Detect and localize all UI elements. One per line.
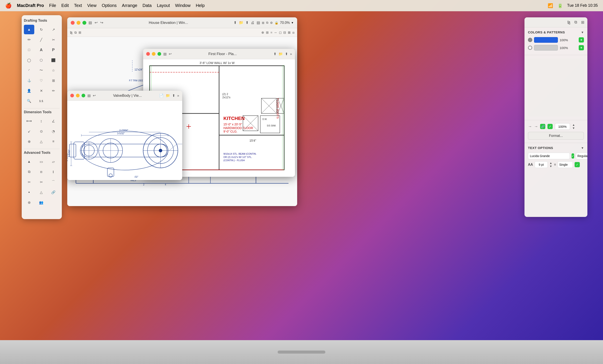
adv-copy2[interactable]: ⧈ (36, 167, 46, 176)
x-mark-tool[interactable]: ✕ (36, 86, 46, 95)
scale-stepper[interactable]: ▲ ▼ (572, 123, 575, 130)
horiz-dim-tool[interactable]: ⟷ (24, 116, 34, 126)
lines-dim-tool[interactable]: ≡ (48, 137, 58, 146)
tb-icon-6[interactable]: ⊟ (283, 31, 286, 35)
tb-icon-4[interactable]: ↔ (274, 31, 277, 35)
adv-lines[interactable]: ⫿ (48, 167, 58, 176)
main-maximize-btn[interactable] (82, 21, 86, 25)
p-tool[interactable]: P (48, 45, 58, 55)
fill-add-btn[interactable]: + (579, 37, 584, 43)
sidebar-toggle-icon[interactable]: ▤ (89, 20, 92, 25)
format-button[interactable]: Format... (528, 132, 584, 140)
adv-dot[interactable]: • (24, 188, 34, 197)
menu-text[interactable]: Text (74, 3, 82, 8)
colors-expand-icon[interactable]: ▼ (581, 31, 584, 34)
scale-tool[interactable]: 1:1 (36, 96, 46, 106)
font-green-btn[interactable]: ✓ (571, 153, 574, 159)
share-icon[interactable]: ⬆ (245, 20, 249, 25)
menu-view[interactable]: View (87, 3, 96, 8)
vb-share-icon[interactable]: ⬆ (172, 94, 175, 98)
vb-maximize-btn[interactable] (81, 94, 85, 97)
link-icon[interactable]: 🔗 (540, 124, 545, 129)
stroke-add-btn[interactable]: + (579, 45, 584, 50)
menu-edit[interactable]: Edit (61, 3, 69, 8)
arrow-right2-icon[interactable]: → (534, 124, 538, 129)
grid2-icon[interactable]: ⊞ (79, 31, 81, 35)
adv-triangle[interactable]: △ (36, 188, 46, 197)
menu-layout[interactable]: Layout (157, 3, 170, 8)
apple-menu[interactable]: 🍎 (5, 3, 12, 9)
adv-special1[interactable]: ⊛ (24, 198, 34, 207)
fill-tool[interactable]: ⬛ (48, 55, 58, 65)
vert-dim-tool[interactable]: ↕ (36, 116, 46, 126)
font-style-input[interactable] (576, 153, 587, 159)
grid-tool[interactable]: ⊞ (48, 76, 58, 85)
menu-window[interactable]: Window (175, 3, 190, 8)
adv-people[interactable]: 👥 (36, 198, 46, 207)
folder-icon[interactable]: 📁 (239, 20, 243, 25)
tb-icon-1[interactable]: ⊕ (261, 31, 264, 35)
tb-icon-7[interactable]: ⊠ (288, 31, 291, 35)
wave-tool[interactable]: 〜 (36, 66, 46, 75)
polygon-tool[interactable]: ⬡ (36, 55, 46, 65)
vb-minimize-btn[interactable] (76, 94, 80, 97)
grid-view-icon[interactable]: ⊞ (262, 21, 264, 24)
font-size-input[interactable] (535, 161, 548, 168)
reshape-tool[interactable]: ↗ (48, 25, 58, 34)
redo-icon[interactable]: ↪ (100, 20, 103, 25)
adv-curve[interactable]: ⌒ (48, 177, 58, 187)
target-tool[interactable]: ⊙ (36, 127, 46, 136)
sidebar-right-icon[interactable]: ▤ (257, 20, 260, 25)
stroke-color-swatch[interactable] (534, 45, 558, 50)
main-minimize-btn[interactable] (77, 21, 81, 25)
adv-select[interactable]: ▲ (24, 157, 34, 166)
undo-icon[interactable]: ↩ (94, 20, 98, 25)
clock-tool[interactable]: ◔ (48, 127, 58, 136)
tb-icon-2[interactable]: ⊞ (266, 31, 269, 35)
fp-export-icon[interactable]: ⬆ (274, 52, 276, 56)
zoom-dropdown-icon[interactable]: ▼ (291, 21, 294, 24)
layers2-icon[interactable]: ⧉ (74, 31, 77, 35)
vb-back-icon[interactable]: ↩ (93, 94, 96, 98)
adv-link[interactable]: 🔗 (48, 188, 58, 197)
export-icon[interactable]: ⬆ (234, 20, 237, 25)
spacing-green-btn[interactable]: ✓ (575, 162, 580, 167)
fp-back-icon[interactable]: ↩ (169, 52, 172, 56)
vb-more-icon[interactable]: » (177, 94, 179, 98)
tb-icon-8[interactable]: ⧈ (292, 31, 295, 35)
vb-export-icon[interactable]: 📄 (159, 94, 163, 98)
adv-cut2[interactable]: ✂ (36, 177, 46, 187)
tb-icon-5[interactable]: ◻ (279, 31, 281, 35)
tri-dim-tool[interactable]: △ (36, 137, 46, 146)
fp-layout-icon[interactable]: ▤ (163, 52, 167, 56)
menu-arrange[interactable]: Arrange (122, 3, 137, 8)
pencil2-tool[interactable]: ✏ (48, 86, 58, 95)
fp-close-btn[interactable] (146, 52, 150, 56)
print-icon[interactable]: 🖨 (251, 21, 255, 25)
expand-icon[interactable]: ⤢ (547, 124, 553, 129)
anchor-tool[interactable]: ⚓ (24, 76, 34, 85)
vb-close-btn[interactable] (70, 94, 74, 97)
panel-filter-icon[interactable]: ⧎ (567, 20, 570, 25)
font-name-input[interactable] (528, 153, 570, 159)
layers-icon[interactable]: ⧉ (266, 21, 268, 24)
line-spacing-input[interactable] (558, 161, 573, 168)
fp-maximize-btn[interactable] (157, 52, 161, 56)
zoom-lock-icon[interactable]: 🔒 (275, 21, 278, 24)
arc-tool[interactable]: ◜ (24, 66, 34, 75)
select-tool[interactable]: ▲ (24, 25, 34, 34)
tb-icon-3[interactable]: ⌗ (270, 31, 272, 35)
adv-copy1[interactable]: ⧉ (24, 167, 34, 176)
text-tool[interactable]: A (36, 45, 46, 55)
main-close-btn[interactable] (71, 21, 75, 25)
fill-color-swatch[interactable] (534, 37, 558, 43)
size-stepper[interactable]: ▲ ▼ (549, 161, 552, 168)
scissors-tool[interactable]: ✂ (48, 35, 58, 45)
rect-tool[interactable]: □ (24, 45, 34, 55)
pen-tool[interactable]: ✏ (24, 35, 34, 45)
menu-options[interactable]: Options (102, 3, 117, 8)
menu-help[interactable]: Help (196, 3, 205, 8)
leader-tool[interactable]: ↙ (24, 127, 34, 136)
settings-icon[interactable]: ⚙ (270, 21, 273, 24)
scale-input[interactable] (555, 123, 570, 130)
